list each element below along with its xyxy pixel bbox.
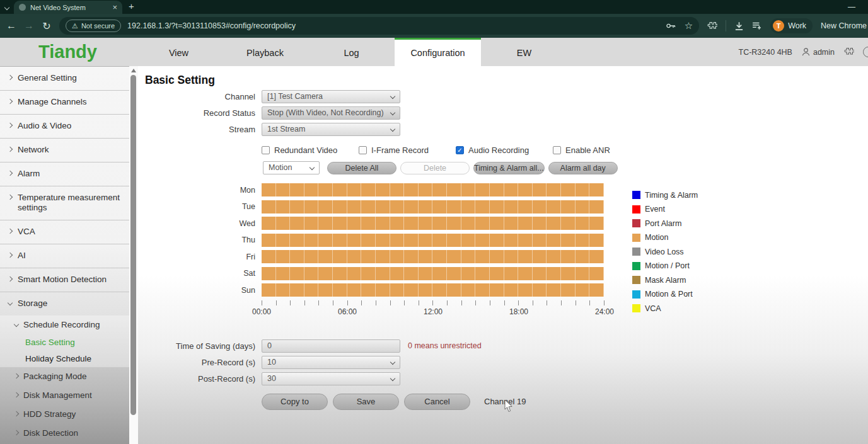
form-row-stream: Stream1st Stream <box>145 123 868 136</box>
sidebar-item-hdd-strategy[interactable]: HDD Strategy <box>0 405 129 424</box>
form-row-channel: Channel[1] Test Camera <box>145 90 868 103</box>
field-label: Post-Record (s) <box>145 374 255 384</box>
sidebar-item-smart-motion-detection[interactable]: Smart Motion Detection <box>0 268 129 292</box>
scrollbar-thumb[interactable] <box>130 75 136 415</box>
sidebar-item-audio-video[interactable]: Audio & Video <box>0 115 129 139</box>
scrollbar-up-arrow-icon[interactable] <box>131 69 136 72</box>
chevron-right-icon <box>8 99 13 104</box>
day-label: Mon <box>145 186 255 195</box>
legend-swatch <box>632 248 640 256</box>
option-i-frame-record[interactable]: I-Frame Record <box>359 145 456 155</box>
tab-ew[interactable]: EW <box>481 38 567 66</box>
checkbox-unchecked[interactable] <box>553 146 561 154</box>
tab-view[interactable]: View <box>136 38 222 66</box>
plugin-puzzle-icon[interactable] <box>843 47 854 57</box>
new-chrome-button[interactable]: New Chrome <box>821 21 867 30</box>
sidebar-item-holiday-schedule[interactable]: Holiday Schedule <box>0 351 129 367</box>
reload-icon[interactable]: ↻ <box>38 20 55 32</box>
schedule-row-mon: Mon <box>145 183 868 196</box>
tab-search-chevron-icon[interactable] <box>4 5 9 10</box>
chevron-down-icon <box>390 127 395 132</box>
schedule-bar-wed[interactable] <box>262 217 604 230</box>
bottom-form: Time of Saving (days)00 means unrestrict… <box>145 339 868 385</box>
new-tab-button[interactable]: + <box>129 1 134 11</box>
url-text[interactable]: 192.168.1.3/?t=3013110853#config/recordp… <box>127 21 659 30</box>
delete-all-button[interactable]: Delete All <box>327 162 396 174</box>
sidebar-item-storage[interactable]: Storage <box>0 292 129 316</box>
schedule-bar-sat[interactable] <box>262 267 604 280</box>
save-button[interactable]: Save <box>333 394 399 410</box>
option-audio-recording[interactable]: ✓Audio Recording <box>456 145 553 155</box>
chevron-right-icon <box>14 392 19 397</box>
copy-to-button[interactable]: Copy to <box>262 394 328 410</box>
schedule-bar-thu[interactable] <box>262 234 604 247</box>
sidebar-item-vca[interactable]: VCA <box>0 220 129 244</box>
sidebar-item-label: AI <box>18 251 26 261</box>
legend-swatch <box>632 276 640 284</box>
address-bar[interactable]: ⚠ Not secure 192.168.1.3/?t=3013110853#c… <box>59 17 699 35</box>
partial-circle-icon[interactable] <box>863 47 868 57</box>
chevron-right-icon <box>8 123 13 128</box>
stream-select[interactable]: 1st Stream <box>262 123 400 136</box>
time-axis-labels: 00:0006:0012:0018:0024:00 <box>262 307 605 316</box>
sidebar-item-alarm[interactable]: Alarm <box>0 162 129 186</box>
sidebar-item-general-setting[interactable]: General Setting <box>0 67 129 91</box>
bookmark-star-icon[interactable]: ☆ <box>685 20 693 31</box>
sidebar-item-schedule-recording[interactable]: Schedule Recording <box>0 316 129 334</box>
schedule-bar-mon[interactable] <box>262 183 604 196</box>
extensions-puzzle-icon[interactable] <box>707 21 717 31</box>
tab-playback[interactable]: Playback <box>222 38 308 66</box>
record-type-select[interactable]: Motion <box>263 161 320 174</box>
record-status-select[interactable]: Stop (With Video, Not Recording) <box>262 106 400 120</box>
not-secure-chip[interactable]: ⚠ Not secure <box>66 20 121 32</box>
tab-close-icon[interactable]: × <box>112 4 117 11</box>
sidebar-item-basic-setting[interactable]: Basic Setting <box>0 334 129 351</box>
sidebar-menu: General SettingManage ChannelsAudio & Vi… <box>0 67 129 443</box>
minimize-window-icon[interactable]: — <box>848 3 855 11</box>
back-icon[interactable]: ← <box>3 20 20 31</box>
checkbox-checked[interactable]: ✓ <box>456 146 464 154</box>
option-label: I-Frame Record <box>371 145 429 155</box>
reading-list-icon[interactable] <box>752 21 762 30</box>
select-value: 30 <box>267 374 276 383</box>
axis-tick-label: 06:00 <box>338 307 357 316</box>
sidebar-item-packaging-mode[interactable]: Packaging Mode <box>0 367 129 386</box>
schedule-bar-fri[interactable] <box>262 250 604 263</box>
user-menu[interactable]: admin <box>801 47 835 57</box>
alarm-all-day-button[interactable]: Alarm all day <box>548 162 618 174</box>
channel-select[interactable]: [1] Test Camera <box>262 90 400 103</box>
sidebar-item-ai[interactable]: AI <box>0 244 129 268</box>
sidebar-item-manage-channels[interactable]: Manage Channels <box>0 91 129 115</box>
option-enable-anr[interactable]: Enable ANR <box>553 145 650 155</box>
post-record-s-select[interactable]: 30 <box>262 372 400 385</box>
tab-log[interactable]: Log <box>308 38 395 66</box>
sidebar-scrollbar[interactable] <box>129 66 138 444</box>
checkbox-unchecked[interactable] <box>359 146 367 154</box>
sidebar-item-disk-detection[interactable]: Disk Detection <box>0 424 129 443</box>
top-form: Channel[1] Test CameraRecord StatusStop … <box>145 90 868 136</box>
download-icon[interactable] <box>734 21 744 31</box>
profile-chip[interactable]: T Work <box>770 18 813 33</box>
browser-tab[interactable]: Net Video System × <box>14 1 122 14</box>
time-of-saving-days-input[interactable]: 0 <box>262 339 400 353</box>
main-nav-tabs: ViewPlaybackLogConfigurationEW <box>136 38 567 66</box>
chevron-right-icon <box>8 276 13 282</box>
page-title: Basic Setting <box>145 73 868 87</box>
sidebar-item-temperature-measurement-settings[interactable]: Temperature measurement settings <box>0 186 129 220</box>
schedule-bar-sun[interactable] <box>262 283 604 297</box>
timing-alarm-all-button[interactable]: Timing & Alarm all... <box>473 162 545 174</box>
legend-item-motion: Motion <box>632 234 698 242</box>
checkbox-unchecked[interactable] <box>262 146 270 154</box>
forward-icon[interactable]: → <box>20 20 38 31</box>
password-key-icon[interactable] <box>666 21 676 30</box>
delete-button[interactable]: Delete <box>400 162 470 174</box>
legend-item-vca: VCA <box>632 304 698 312</box>
schedule-bar-tue[interactable] <box>262 200 604 213</box>
sidebar-item-label: Disk Detection <box>23 428 78 438</box>
pre-record-s-select[interactable]: 10 <box>262 356 400 369</box>
cancel-button[interactable]: Cancel <box>404 394 470 410</box>
tab-configuration[interactable]: Configuration <box>395 38 481 66</box>
option-redundant-video[interactable]: Redundant Video <box>262 145 359 155</box>
sidebar-item-network[interactable]: Network <box>0 139 129 162</box>
sidebar-item-disk-management[interactable]: Disk Management <box>0 386 129 405</box>
